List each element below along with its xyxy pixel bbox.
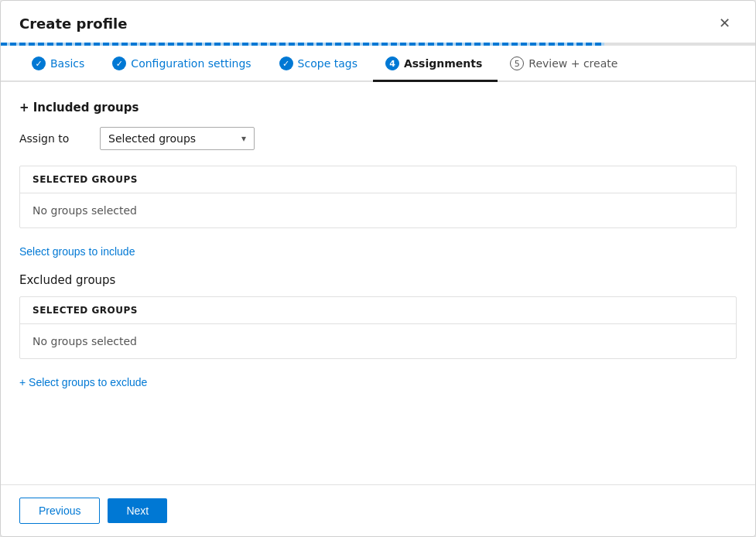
tab-scope[interactable]: ✓ Scope tags <box>267 46 373 82</box>
create-profile-dialog: Create profile ✕ ✓ Basics ✓ Configuratio… <box>0 0 756 537</box>
excluded-groups-title: Excluded groups <box>19 273 737 287</box>
review-number-icon: 5 <box>510 56 524 70</box>
assign-to-dropdown[interactable]: Selected groups ▾ <box>100 127 255 150</box>
assign-row: Assign to Selected groups ▾ <box>19 127 737 150</box>
tab-assignments-label: Assignments <box>404 57 482 70</box>
tab-scope-label: Scope tags <box>298 57 357 70</box>
basics-check-icon: ✓ <box>32 56 46 70</box>
tabs-row: ✓ Basics ✓ Configuration settings ✓ Scop… <box>1 46 755 82</box>
previous-button[interactable]: Previous <box>19 498 100 524</box>
excluded-groups-empty: No groups selected <box>20 324 736 358</box>
included-groups-section: SELECTED GROUPS No groups selected <box>19 166 737 228</box>
tab-assignments[interactable]: 4 Assignments <box>373 46 498 82</box>
included-groups-title: + Included groups <box>19 101 737 115</box>
excluded-groups-header: SELECTED GROUPS <box>20 297 736 324</box>
tab-basics-label: Basics <box>50 57 84 70</box>
tab-configuration-label: Configuration settings <box>131 57 251 70</box>
next-button[interactable]: Next <box>108 498 167 523</box>
dialog-footer: Previous Next <box>1 484 755 536</box>
assign-to-value: Selected groups <box>108 132 196 145</box>
dialog-body: + Included groups Assign to Selected gro… <box>1 82 755 484</box>
select-groups-include-button[interactable]: Select groups to include <box>19 245 135 258</box>
tab-basics[interactable]: ✓ Basics <box>19 46 100 82</box>
dialog-title: Create profile <box>19 15 127 32</box>
select-groups-exclude-button[interactable]: + Select groups to exclude <box>19 376 147 388</box>
progress-bar-fill <box>1 43 604 46</box>
tab-configuration[interactable]: ✓ Configuration settings <box>100 46 266 82</box>
close-button[interactable]: ✕ <box>713 13 737 33</box>
included-groups-empty: No groups selected <box>20 193 736 227</box>
dialog-header: Create profile ✕ <box>1 1 755 43</box>
configuration-check-icon: ✓ <box>112 56 126 70</box>
included-groups-header: SELECTED GROUPS <box>20 166 736 193</box>
excluded-groups-section: SELECTED GROUPS No groups selected <box>19 296 737 359</box>
progress-bar <box>1 43 755 46</box>
assign-to-label: Assign to <box>19 132 81 145</box>
tab-review-label: Review + create <box>529 57 617 70</box>
chevron-down-icon: ▾ <box>241 133 246 144</box>
assignments-number-icon: 4 <box>385 56 399 70</box>
scope-check-icon: ✓ <box>279 56 293 70</box>
tab-review[interactable]: 5 Review + create <box>498 46 633 82</box>
